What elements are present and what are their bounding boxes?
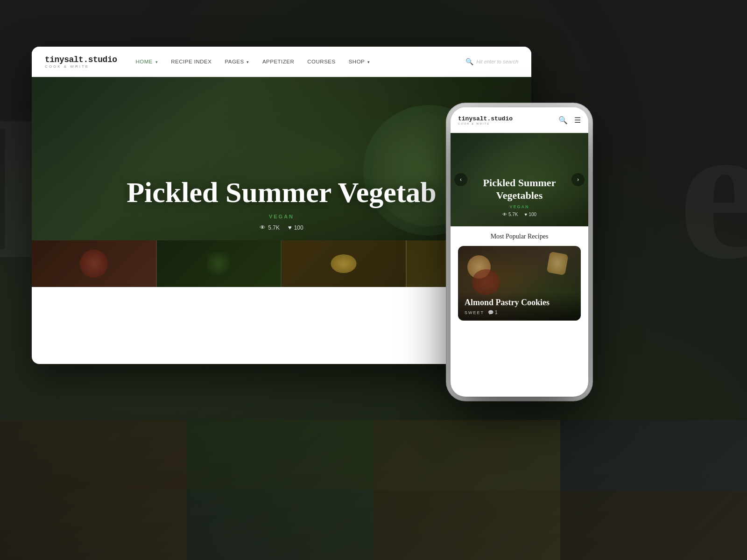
thumbnail-1[interactable] (32, 240, 157, 287)
search-placeholder: Hit enter to search (476, 59, 518, 64)
grid-cell (0, 490, 187, 560)
mobile-navbar: tinysalt.studio COOK & WRITE 🔍 ☰ (451, 107, 588, 133)
thumbnail-2[interactable] (157, 240, 282, 287)
logo-tagline: COOK & WRITE (45, 64, 89, 69)
hero-likes: ♥ 100 (288, 224, 303, 231)
logo-name: tinysalt.studio (45, 55, 117, 64)
desktop-navbar: tinysalt.studio COOK & WRITE HOME ▾ RECI… (32, 47, 531, 77)
grid-cell (560, 490, 747, 560)
search-icon: 🔍 (465, 58, 473, 66)
mobile-popular-section: Most Popular Recipes Almond Pastry Cooki… (451, 226, 588, 327)
mobile-heart-icon: ♥ (524, 212, 527, 217)
grid-cell (374, 490, 560, 560)
mobile-search-icon[interactable]: 🔍 (558, 116, 568, 125)
grid-cell (0, 420, 187, 490)
mobile-mockup: tinysalt.studio COOK & WRITE 🔍 ☰ ‹ › Pic… (451, 107, 588, 397)
comment-icon: 💬 (488, 310, 493, 315)
grid-cell (187, 420, 374, 490)
hero-views: 👁 5.7K (260, 224, 280, 231)
eye-icon: 👁 (260, 224, 266, 231)
grid-cell (374, 420, 560, 490)
nav-recipe-index[interactable]: RECIPE INDEX (171, 59, 211, 64)
recipe-card-category: SWEET (465, 310, 484, 315)
mobile-eye-icon: 👁 (502, 212, 507, 217)
recipe-card-meta: SWEET 💬 1 (465, 310, 574, 315)
thumbnail-3[interactable] (282, 240, 407, 287)
nav-appetizer[interactable]: APPETIZER (262, 59, 294, 64)
bottom-food-grid (0, 420, 747, 560)
sauce-decoration (472, 269, 500, 295)
mobile-nav-icons: 🔍 ☰ (558, 116, 581, 125)
mobile-logo-tagline: COOK & WRITE (458, 122, 513, 125)
mobile-logo[interactable]: tinysalt.studio COOK & WRITE (458, 115, 513, 125)
nav-home[interactable]: HOME ▾ (136, 59, 158, 64)
nav-shop[interactable]: SHOP ▾ (349, 59, 370, 64)
next-arrow[interactable]: › (571, 173, 585, 186)
mobile-hero-stats: 👁 5.7K ♥ 100 (451, 212, 588, 217)
recipe-card[interactable]: Almond Pastry Cookies SWEET 💬 1 (458, 246, 581, 321)
search-bar[interactable]: 🔍 Hit enter to search (465, 58, 518, 66)
mobile-hero: ‹ › Pickled Summer Vegetables VEGAN 👁 5.… (451, 133, 588, 226)
prev-arrow[interactable]: ‹ (454, 173, 467, 186)
recipe-card-comments: 💬 1 (488, 310, 498, 315)
mobile-hero-title: Pickled Summer Vegetables (451, 177, 588, 202)
popular-title: Most Popular Recipes (458, 233, 581, 240)
mobile-likes: ♥ 100 (524, 212, 536, 217)
mobile-hero-content: Pickled Summer Vegetables VEGAN 👁 5.7K ♥… (451, 177, 588, 217)
grid-cell (560, 420, 747, 490)
grid-cell (187, 490, 374, 560)
cookie-decoration-2 (546, 252, 568, 275)
nav-courses[interactable]: COURSES (307, 59, 335, 64)
mobile-logo-name: tinysalt.studio (458, 115, 513, 122)
recipe-card-title: Almond Pastry Cookies (465, 298, 574, 308)
desktop-logo[interactable]: tinysalt.studio COOK & WRITE (45, 55, 117, 69)
recipe-card-content: Almond Pastry Cookies SWEET 💬 1 (458, 292, 581, 321)
heart-icon: ♥ (288, 224, 292, 231)
bg-letter-right: e (679, 93, 747, 289)
mobile-hero-category: VEGAN (451, 204, 588, 209)
mobile-menu-icon[interactable]: ☰ (574, 116, 581, 125)
nav-links: HOME ▾ RECIPE INDEX PAGES ▾ APPETIZER CO… (136, 59, 466, 64)
nav-pages[interactable]: PAGES ▾ (225, 59, 249, 64)
mobile-views: 👁 5.7K (502, 212, 518, 217)
